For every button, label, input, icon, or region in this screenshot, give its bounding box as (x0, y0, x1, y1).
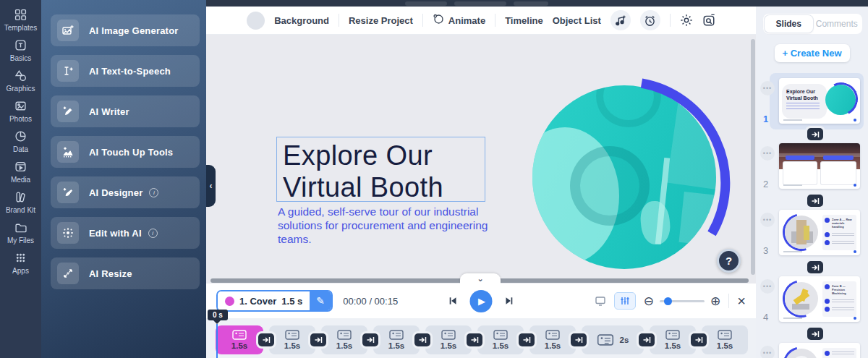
background-color-swatch[interactable] (247, 12, 265, 30)
transition-button[interactable] (807, 195, 823, 207)
info-icon[interactable]: i (149, 188, 158, 197)
transition-button[interactable] (807, 128, 823, 140)
skip-forward-button[interactable] (504, 295, 516, 307)
sidebar-item-basics[interactable]: Basics (0, 39, 41, 62)
slide-chip-1-selected[interactable]: 1.5s (216, 325, 263, 354)
resize-project-button[interactable]: Resize Project (349, 15, 413, 26)
music-button[interactable] (610, 10, 631, 30)
sidebar-item-graphics[interactable]: Graphics (0, 69, 41, 93)
animate-button[interactable]: Animate (433, 13, 485, 27)
slide-thumbnail-5[interactable] (779, 343, 860, 358)
sidebar-item-media[interactable]: Media (0, 161, 41, 184)
slide-icon (337, 330, 352, 340)
slide-icon (441, 330, 456, 340)
ai-resize-button[interactable]: AI Resize (51, 257, 200, 289)
create-new-button[interactable]: + Create New (775, 44, 850, 62)
toolbar-divider (339, 14, 339, 27)
tab-comments[interactable]: Comments (813, 15, 861, 33)
sidebar-item-label: Templates (4, 24, 38, 32)
slide-thumbnail-1[interactable]: Explore Our Virtual Booth (779, 78, 860, 124)
chevron-left-icon: ‹ (210, 181, 213, 191)
zoom-out-button[interactable]: ⊖ (644, 295, 654, 307)
slide-menu-button[interactable]: ••• (760, 213, 775, 227)
tab-slides[interactable]: Slides (765, 15, 813, 33)
help-button[interactable]: ? (717, 249, 741, 273)
timeline-view-button[interactable] (614, 292, 636, 310)
slide-menu-button[interactable]: ••• (760, 81, 775, 95)
transition-button[interactable] (467, 333, 482, 346)
slide-row-4: ••• 4 Zone B — Precision Machining (760, 276, 864, 323)
screen-view-button[interactable] (590, 292, 611, 310)
window-shape (667, 85, 716, 189)
slide-thumbnail-3[interactable]: Zone A — Raw materials handling (779, 210, 860, 255)
zoom-slider[interactable] (660, 300, 705, 302)
transition-button[interactable] (519, 333, 535, 346)
timer-button[interactable] (640, 10, 660, 30)
panel-collapse-button[interactable]: ‹ (206, 165, 216, 207)
settings-button[interactable] (680, 14, 693, 27)
transition-button[interactable] (258, 333, 274, 346)
slide-chip-7[interactable]: 1.5s (529, 325, 576, 354)
object-list-button[interactable]: Object List (553, 15, 601, 26)
window-shape (679, 192, 716, 247)
transition-button[interactable] (691, 333, 707, 346)
sidebar-item-photos[interactable]: Photos (0, 100, 41, 123)
ai-touch-up-tools-button[interactable]: AI Touch Up Tools (51, 136, 200, 168)
vertical-scrollbar[interactable] (751, 39, 755, 275)
transition-button[interactable] (414, 333, 430, 346)
slide-chip-5[interactable]: 1.5s (425, 325, 472, 354)
slide-canvas[interactable]: Explore Our Virtual Booth A guided, self… (206, 35, 756, 284)
skip-back-button[interactable] (447, 295, 459, 307)
zoom-in-button[interactable]: ⊕ (710, 295, 720, 307)
edit-with-ai-button[interactable]: Edit with AI i (51, 217, 200, 249)
data-icon (14, 130, 27, 142)
slide-chip-4[interactable]: 1.5s (373, 325, 420, 354)
close-timeline-button[interactable]: × (737, 294, 746, 308)
sidebar-item-my-files[interactable]: My Files (0, 221, 41, 244)
slide-chip-3[interactable]: 1.5s (321, 325, 367, 354)
toolbar-divider (495, 14, 495, 27)
transition-button[interactable] (807, 328, 823, 340)
thumb-footer-line (783, 184, 802, 186)
timeline-button[interactable]: Timeline (505, 15, 543, 26)
play-button[interactable]: ▶ (470, 290, 493, 312)
slide-thumbnail-4[interactable]: Zone B — Precision Machining (779, 276, 860, 322)
playhead-line[interactable] (216, 324, 218, 358)
sidebar-item-data[interactable]: Data (0, 130, 41, 153)
transition-button[interactable] (639, 333, 655, 346)
transition-button[interactable] (362, 333, 378, 346)
slide-chip-2[interactable]: 1.5s (269, 325, 315, 354)
slide-subtitle[interactable]: A guided, self-serve tour of our industr… (278, 205, 495, 246)
title-text-box[interactable]: Explore Our Virtual Booth (276, 137, 485, 202)
ai-text-to-speech-button[interactable]: AI Text-to-Speech (51, 55, 200, 87)
edit-slide-button[interactable]: ✎ (310, 291, 331, 310)
canvas-image-circle[interactable] (532, 85, 716, 269)
my-files-icon (14, 221, 27, 234)
slide-thumbnail-2[interactable] (779, 143, 860, 189)
ai-writer-button[interactable]: AI Writer (51, 95, 200, 127)
sidebar-item-brand-kit[interactable]: Brand Kit (0, 191, 41, 214)
slide-chip-10[interactable]: 1.5s (702, 325, 748, 354)
slide-menu-button[interactable]: ••• (760, 346, 775, 358)
current-slide-chip[interactable]: 1. Cover 1.5 s ✎ (216, 290, 333, 312)
slide-menu-button[interactable]: ••• (760, 279, 775, 294)
thumb-content-card: Zone B — Precision Machining (822, 281, 856, 317)
transition-button[interactable] (807, 261, 823, 273)
transition-button[interactable] (571, 333, 587, 346)
ai-image-generator-button[interactable]: AI Image Generator (51, 14, 200, 46)
sidebar-item-templates[interactable]: Templates (0, 9, 41, 32)
slide-menu-button[interactable]: ••• (760, 146, 775, 161)
slide-chip-9[interactable]: 1.5s (650, 325, 696, 354)
slide-chip-6[interactable]: 1.5s (477, 325, 524, 354)
preview-button[interactable] (702, 14, 715, 27)
timeline-collapse-button[interactable]: ⌄ (460, 273, 501, 284)
sidebar-item-label: My Files (7, 236, 34, 244)
slide-chip-8[interactable]: 2s (582, 325, 644, 354)
ai-designer-button[interactable]: AI Designer i (51, 176, 200, 208)
sidebar-item-apps[interactable]: Apps (0, 252, 41, 275)
info-icon[interactable]: i (148, 229, 158, 238)
transition-button[interactable] (310, 333, 326, 346)
zoom-slider-handle[interactable] (664, 297, 672, 305)
background-button[interactable]: Background (274, 15, 329, 26)
view-toggle (590, 292, 636, 310)
